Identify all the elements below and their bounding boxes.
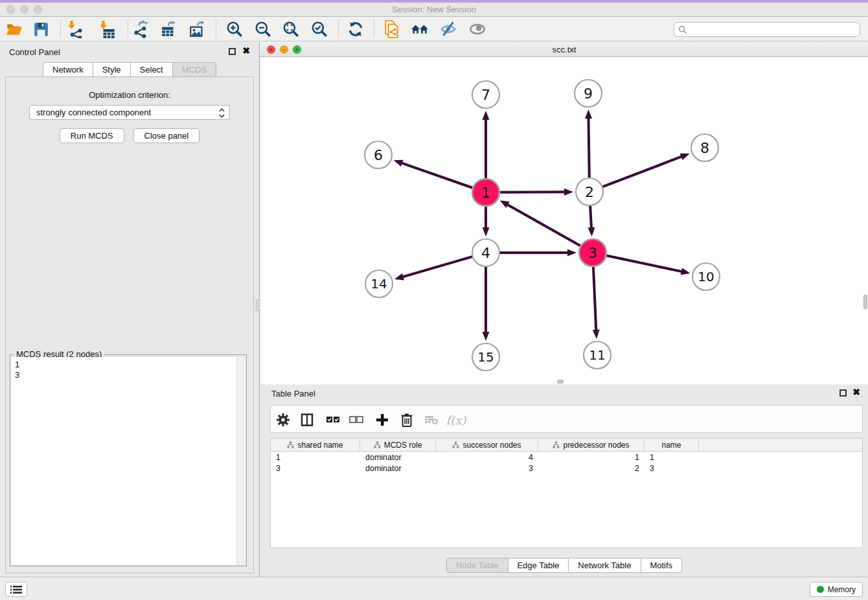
tab-network-table[interactable]: Network Table — [569, 558, 641, 573]
graph-edge-arrow — [394, 273, 404, 281]
table-row[interactable]: 1dominator411 — [271, 452, 862, 463]
graph-edge[interactable] — [603, 156, 683, 187]
float-panel-icon[interactable] — [229, 48, 236, 55]
node-table: shared nameMCDS rolesuccessor nodesprede… — [270, 438, 863, 548]
graph-node-label: 4 — [481, 245, 490, 261]
import-table-icon[interactable] — [98, 19, 117, 39]
graph-edge[interactable] — [401, 163, 472, 188]
table-cell[interactable]: 1 — [271, 452, 360, 463]
zoom-in-icon[interactable] — [225, 19, 244, 39]
refresh-icon[interactable] — [346, 19, 365, 39]
graph-node-label: 2 — [585, 184, 594, 200]
table-cell[interactable]: 2 — [538, 463, 645, 474]
tab-network[interactable]: Network — [43, 62, 93, 77]
column-header-shared-name[interactable]: shared name — [271, 439, 360, 451]
table-panel-tabs: Node Table Edge Table Network Table Moti… — [446, 558, 682, 573]
function-builder-icon[interactable]: f(x) — [447, 411, 465, 429]
graph-node-label: 9 — [584, 86, 593, 102]
delete-column-icon[interactable] — [398, 411, 416, 429]
control-panel-tabs: Network Style Select MCDS — [43, 62, 216, 77]
table-cell[interactable]: 1 — [645, 452, 699, 463]
graph-edge-arrow — [564, 189, 573, 196]
table-row[interactable]: 3dominator323 — [271, 463, 862, 474]
import-network-icon[interactable] — [66, 19, 86, 39]
memory-label: Memory — [828, 585, 856, 594]
table-float-panel-icon[interactable] — [839, 389, 847, 397]
table-cell[interactable]: 3 — [271, 463, 360, 474]
optimization-criterion-value: strongly connected component — [36, 108, 151, 117]
toolbar-separator — [216, 21, 216, 38]
tab-select[interactable]: Select — [131, 62, 173, 77]
zoom-selected-icon[interactable] — [310, 19, 329, 39]
deselect-all-icon[interactable] — [347, 411, 365, 429]
sort-hierarchy-icon — [452, 441, 459, 448]
columns-icon[interactable] — [298, 411, 316, 429]
tab-edge-table[interactable]: Edge Table — [508, 558, 569, 573]
network-canvas[interactable]: 7968124314101511 — [260, 57, 868, 384]
save-session-icon[interactable] — [31, 19, 51, 39]
zoom-fit-icon[interactable] — [281, 19, 301, 39]
add-column-icon[interactable] — [373, 411, 391, 429]
run-mcds-button[interactable]: Run MCDS — [60, 128, 124, 143]
toolbar-separator — [374, 21, 374, 38]
hide-neighbors-icon[interactable] — [439, 19, 458, 39]
column-header-label: predecessor nodes — [563, 441, 629, 450]
gear-icon[interactable] — [274, 411, 292, 429]
open-file-icon[interactable] — [5, 19, 24, 39]
table-cell[interactable]: 1 — [538, 452, 645, 463]
graph-edge[interactable] — [593, 267, 596, 331]
graph-edge[interactable] — [590, 206, 591, 229]
graph-edge-arrow — [483, 111, 490, 120]
column-header-label: name — [661, 441, 681, 450]
graph-edge-arrow — [585, 110, 592, 119]
table-cell[interactable]: dominator — [360, 452, 436, 463]
select-all-icon[interactable] — [324, 411, 342, 429]
export-image-icon[interactable] — [188, 19, 207, 39]
task-history-button[interactable] — [5, 582, 27, 597]
duplicate-network-icon[interactable] — [382, 19, 402, 39]
mcds-result-list[interactable]: 1 3 — [11, 357, 246, 565]
graph-edge[interactable] — [588, 117, 589, 178]
search-field[interactable] — [674, 22, 860, 37]
column-header-name[interactable]: name — [645, 439, 699, 451]
graph-edge[interactable] — [607, 256, 683, 272]
table-cell[interactable]: 3 — [645, 463, 699, 474]
horizontal-scrollbar-thumb[interactable] — [557, 380, 564, 384]
table-cell[interactable]: 3 — [436, 463, 538, 474]
export-network-icon[interactable] — [131, 19, 151, 39]
tab-node-table[interactable]: Node Table — [446, 558, 508, 573]
export-table-icon[interactable] — [159, 19, 179, 39]
mcds-result-scrollbar[interactable] — [236, 357, 246, 565]
optimization-criterion-label: Optimization criterion: — [6, 90, 253, 100]
network-window-titlebar[interactable]: × − + scc.txt — [260, 42, 868, 57]
tab-motifs[interactable]: Motifs — [641, 558, 682, 573]
zoom-out-icon[interactable] — [253, 19, 273, 39]
tab-style[interactable]: Style — [93, 62, 131, 77]
column-header-successor-nodes[interactable]: successor nodes — [436, 439, 538, 451]
graph-edge-arrow — [593, 330, 600, 339]
graph-edge[interactable] — [500, 192, 565, 192]
show-eye-icon[interactable] — [468, 19, 487, 39]
control-panel: Control Panel ✖ Network Style Select MCD… — [0, 42, 260, 577]
graph-node-label: 15 — [477, 349, 494, 365]
table-close-panel-icon[interactable]: ✖ — [852, 387, 860, 397]
column-header-MCDS-role[interactable]: MCDS role — [360, 439, 436, 451]
close-panel-icon[interactable]: ✖ — [242, 46, 250, 55]
tab-mcds[interactable]: MCDS — [173, 62, 216, 77]
memory-button[interactable]: Memory — [810, 582, 863, 597]
graph-edge[interactable] — [402, 257, 472, 277]
select-stepper-icon — [218, 108, 225, 119]
graph-node-label: 14 — [371, 276, 387, 292]
vertical-scrollbar-thumb[interactable] — [863, 295, 867, 309]
delete-table-icon[interactable] — [422, 411, 440, 429]
toolbar-separator — [128, 21, 128, 38]
column-header-predecessor-nodes[interactable]: predecessor nodes — [538, 439, 645, 451]
table-cell[interactable]: dominator — [360, 463, 436, 474]
close-panel-button[interactable]: Close panel — [133, 128, 200, 143]
optimization-criterion-select[interactable]: strongly connected component — [29, 105, 230, 120]
graph-edge[interactable] — [507, 204, 580, 246]
home-icon[interactable] — [410, 19, 429, 39]
graph-node-label: 11 — [589, 347, 605, 363]
table-cell[interactable]: 4 — [436, 452, 538, 463]
search-input[interactable] — [690, 24, 860, 36]
